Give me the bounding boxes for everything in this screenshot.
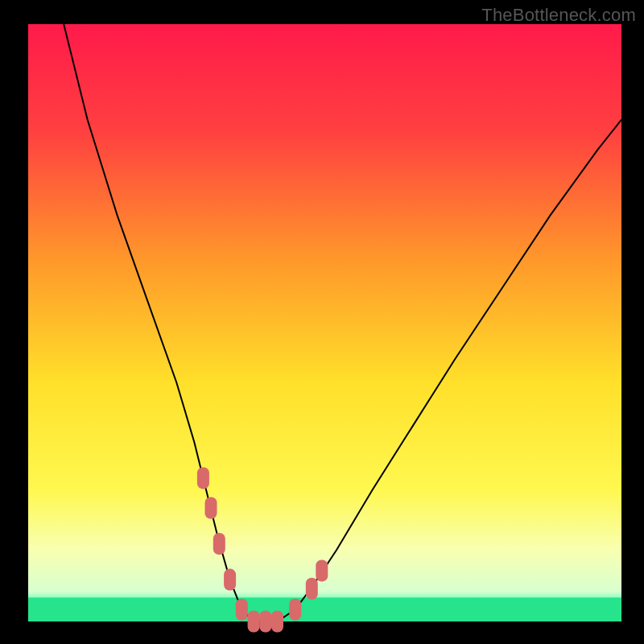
marker-dot xyxy=(316,559,328,581)
bottleneck-chart xyxy=(0,0,644,644)
marker-dot xyxy=(205,497,217,519)
marker-dot xyxy=(236,599,248,621)
marker-dot xyxy=(271,611,283,633)
marker-dot xyxy=(224,569,236,591)
marker-dot xyxy=(259,611,271,633)
marker-dot xyxy=(213,533,225,555)
plot-background xyxy=(28,24,621,621)
marker-dot xyxy=(248,611,260,633)
perfect-zone-band xyxy=(28,597,621,621)
marker-dot xyxy=(306,578,318,600)
attribution-text: TheBottleneck.com xyxy=(481,5,636,26)
marker-dot xyxy=(197,467,209,489)
chart-frame: TheBottleneck.com xyxy=(0,0,644,644)
marker-dot xyxy=(289,599,301,621)
